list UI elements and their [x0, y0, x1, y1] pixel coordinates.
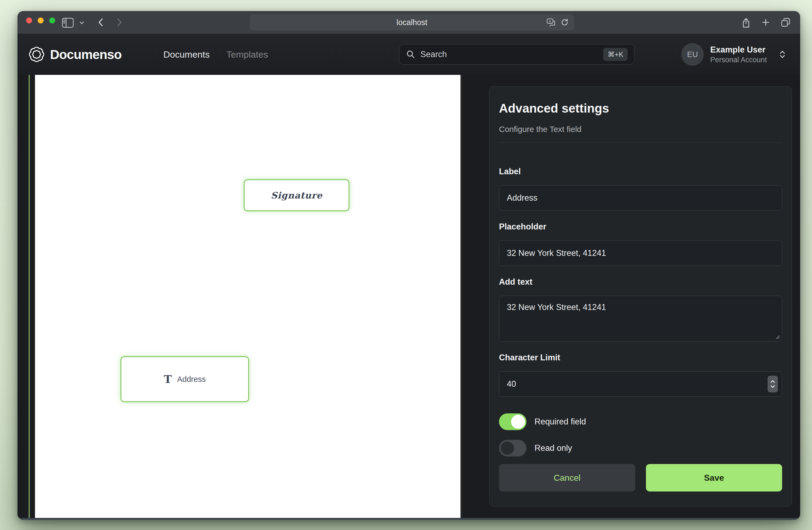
user-account-type: Personal Account: [710, 55, 767, 64]
signature-field[interactable]: Signature: [244, 179, 349, 211]
required-field-toggle[interactable]: [499, 414, 526, 430]
read-only-label: Read only: [535, 443, 572, 453]
minimize-window-button[interactable]: [38, 17, 44, 24]
read-only-row: Read only: [499, 440, 782, 457]
browser-window: localhost A: [17, 11, 800, 520]
resize-grip-icon[interactable]: [775, 334, 780, 339]
panel-title: Advanced settings: [499, 101, 782, 115]
panel-divider: [499, 142, 782, 143]
recipient-color-bar: [29, 75, 30, 520]
stepper-down-icon: [770, 385, 776, 389]
brand[interactable]: Documenso: [29, 34, 122, 75]
cancel-button[interactable]: Cancel: [499, 464, 635, 491]
new-tab-icon[interactable]: [761, 17, 771, 27]
back-button-icon[interactable]: [97, 18, 104, 27]
traffic-lights: [26, 17, 55, 24]
search-icon: [406, 50, 416, 59]
nav-documents[interactable]: Documents: [163, 49, 210, 60]
nav-templates[interactable]: Templates: [226, 49, 268, 60]
text-field-address[interactable]: T Address: [120, 356, 249, 402]
svg-text:A: A: [549, 20, 551, 24]
browser-titlebar: localhost A: [17, 11, 800, 34]
text-field-label: Address: [177, 375, 206, 384]
number-stepper[interactable]: [768, 376, 778, 392]
viewer-divider: [462, 75, 462, 520]
character-limit-input[interactable]: [499, 372, 782, 397]
documenso-logo-icon: [29, 47, 44, 62]
close-window-button[interactable]: [26, 17, 32, 24]
translate-icon[interactable]: A: [547, 18, 556, 26]
placeholder-input[interactable]: [499, 240, 782, 266]
label-field-label: Label: [499, 166, 782, 177]
placeholder-field-label: Placeholder: [499, 221, 782, 233]
search-input[interactable]: [420, 50, 598, 59]
advanced-settings-panel: Advanced settings Configure the Text fie…: [489, 86, 792, 506]
read-only-toggle[interactable]: [499, 440, 526, 457]
main-nav: Documents Templates: [163, 34, 268, 75]
forward-button-icon[interactable]: [116, 18, 123, 27]
brand-name: Documenso: [50, 47, 122, 62]
required-field-row: Required field: [499, 414, 782, 430]
chevron-down-icon[interactable]: [79, 21, 84, 25]
content-area: Signature T Address Advanced settings Co…: [17, 75, 800, 520]
save-button[interactable]: Save: [646, 464, 782, 491]
stepper-up-icon: [770, 379, 776, 383]
add-text-textarea[interactable]: 32 New York Street, 41241: [499, 296, 782, 341]
zoom-window-button[interactable]: [49, 17, 55, 24]
search-bar[interactable]: ⌘+K: [399, 44, 634, 65]
toggle-knob: [500, 441, 514, 455]
reload-icon[interactable]: [561, 18, 569, 26]
url-text: localhost: [396, 18, 427, 27]
chevron-up-down-icon: [779, 49, 786, 60]
share-icon[interactable]: [741, 17, 751, 28]
add-text-field-label: Add text: [499, 276, 782, 288]
required-field-label: Required field: [535, 417, 586, 427]
search-shortcut-badge: ⌘+K: [603, 48, 628, 61]
sidebar-toggle-icon[interactable]: [62, 18, 74, 28]
address-bar[interactable]: localhost A: [250, 15, 574, 30]
text-field-icon: T: [164, 374, 172, 385]
avatar: EU: [681, 43, 704, 66]
toggle-knob: [511, 415, 525, 429]
signature-field-label: Signature: [271, 190, 322, 201]
character-limit-field-label: Character Limit: [499, 352, 782, 363]
document-page: Signature T Address: [35, 75, 461, 518]
app-header: Documenso Documents Templates ⌘+K EU Exa…: [17, 34, 800, 75]
user-name: Example User: [710, 44, 767, 55]
label-input[interactable]: [499, 185, 782, 211]
user-menu[interactable]: EU Example User Personal Account: [681, 34, 786, 75]
panel-subtitle: Configure the Text field: [499, 124, 782, 135]
tab-overview-icon[interactable]: [780, 17, 791, 28]
